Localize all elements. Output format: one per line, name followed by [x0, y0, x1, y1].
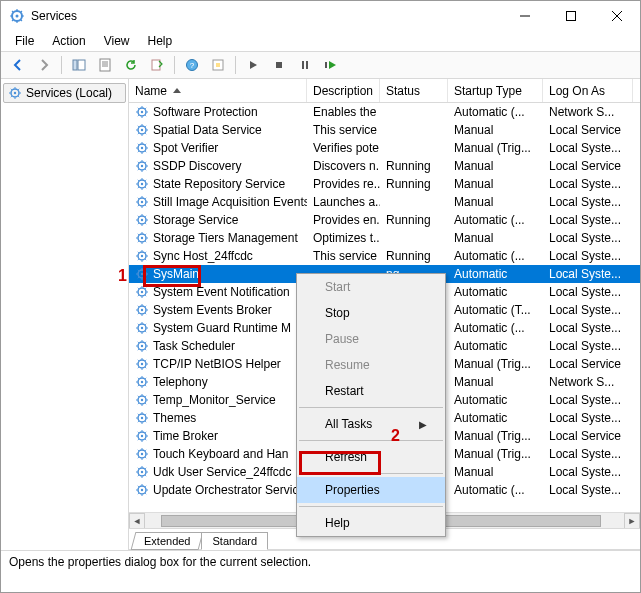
service-startup: Manual (Trig...: [448, 140, 543, 156]
svg-point-33: [141, 255, 143, 257]
list-pane: Name Description Status Startup Type Log…: [129, 79, 640, 550]
context-menu-item-start: Start: [297, 274, 445, 300]
close-button[interactable]: [594, 1, 640, 31]
context-menu-separator: [299, 440, 443, 441]
gear-icon: [135, 303, 149, 317]
menu-help[interactable]: Help: [140, 32, 181, 50]
context-menu-item-properties[interactable]: Properties: [297, 477, 445, 503]
restart-service-button[interactable]: [320, 54, 342, 76]
tab-standard[interactable]: Standard: [201, 532, 268, 550]
column-header-name[interactable]: Name: [129, 79, 307, 102]
tree-pane: Services (Local): [1, 79, 129, 550]
service-logon: Local Syste...: [543, 230, 633, 246]
table-row[interactable]: State Repository ServiceProvides re...Ru…: [129, 175, 640, 193]
service-startup: Automatic (...: [448, 482, 543, 498]
maximize-button[interactable]: [548, 1, 594, 31]
context-menu-item-restart[interactable]: Restart: [297, 378, 445, 404]
svg-text:?: ?: [190, 61, 195, 70]
table-row[interactable]: Spot VerifierVerifies pote...Manual (Tri…: [129, 139, 640, 157]
service-startup: Automatic (...: [448, 320, 543, 336]
svg-point-49: [141, 399, 143, 401]
back-button[interactable]: [7, 54, 29, 76]
table-row[interactable]: Sync Host_24ffcdcThis service ...Running…: [129, 247, 640, 265]
service-startup: Manual: [448, 230, 543, 246]
service-startup: Manual: [448, 158, 543, 174]
service-logon: Local Syste...: [543, 302, 633, 318]
service-logon: Local Service: [543, 122, 633, 138]
tree-root-services-local[interactable]: Services (Local): [3, 83, 126, 103]
service-logon: Local Service: [543, 158, 633, 174]
gear-icon: [135, 249, 149, 263]
service-startup: Automatic (T...: [448, 302, 543, 318]
tab-extended[interactable]: Extended: [131, 532, 204, 550]
context-menu-item-stop[interactable]: Stop: [297, 300, 445, 326]
svg-point-51: [141, 417, 143, 419]
service-startup: Automatic (...: [448, 248, 543, 264]
svg-point-41: [141, 327, 143, 329]
svg-point-23: [141, 165, 143, 167]
service-name: Spot Verifier: [153, 141, 218, 155]
column-header-status[interactable]: Status: [380, 79, 448, 102]
service-status: Running: [380, 248, 448, 264]
service-status: [380, 201, 448, 203]
context-menu-separator: [299, 473, 443, 474]
svg-point-37: [141, 291, 143, 293]
context-menu-separator: [299, 407, 443, 408]
service-name: TCP/IP NetBIOS Helper: [153, 357, 281, 371]
menu-action[interactable]: Action: [44, 32, 93, 50]
gear-icon: [135, 285, 149, 299]
column-header-description[interactable]: Description: [307, 79, 380, 102]
context-menu-item-help[interactable]: Help: [297, 510, 445, 536]
service-status: Running: [380, 212, 448, 228]
show-hide-tree-button[interactable]: [68, 54, 90, 76]
svg-point-29: [141, 219, 143, 221]
export-list-button[interactable]: [146, 54, 168, 76]
context-menu-item-all-tasks[interactable]: All Tasks▶: [297, 411, 445, 437]
table-row[interactable]: Storage Tiers ManagementOptimizes t...Ma…: [129, 229, 640, 247]
properties-button[interactable]: [94, 54, 116, 76]
svg-point-45: [141, 363, 143, 365]
service-logon: Local Syste...: [543, 266, 633, 282]
window-title: Services: [31, 9, 502, 23]
table-row[interactable]: SSDP DiscoveryDiscovers n...RunningManua…: [129, 157, 640, 175]
table-row[interactable]: Spatial Data ServiceThis service ...Manu…: [129, 121, 640, 139]
service-name: Udk User Service_24ffcdc: [153, 465, 292, 479]
menu-file[interactable]: File: [7, 32, 42, 50]
start-service-button[interactable]: [242, 54, 264, 76]
service-logon: Local Syste...: [543, 482, 633, 498]
stop-service-button[interactable]: [268, 54, 290, 76]
service-startup: Manual: [448, 374, 543, 390]
pause-service-button[interactable]: [294, 54, 316, 76]
action-button[interactable]: [207, 54, 229, 76]
service-logon: Network S...: [543, 374, 633, 390]
table-row[interactable]: Still Image Acquisition EventsLaunches a…: [129, 193, 640, 211]
service-startup: Automatic (...: [448, 212, 543, 228]
service-logon: Local Syste...: [543, 212, 633, 228]
service-status: Running: [380, 176, 448, 192]
service-description: Provides re...: [307, 176, 380, 192]
table-row[interactable]: Software ProtectionEnables the ...Automa…: [129, 103, 640, 121]
service-status: [380, 237, 448, 239]
gear-icon: [135, 123, 149, 137]
service-logon: Local Syste...: [543, 194, 633, 210]
menubar: File Action View Help: [1, 31, 640, 51]
svg-point-17: [141, 111, 143, 113]
forward-button[interactable]: [33, 54, 55, 76]
svg-point-1: [16, 15, 19, 18]
service-startup: Manual: [448, 194, 543, 210]
gear-icon: [135, 105, 149, 119]
status-text: Opens the properties dialog box for the …: [9, 555, 311, 569]
column-header-startup[interactable]: Startup Type: [448, 79, 543, 102]
minimize-button[interactable]: [502, 1, 548, 31]
gear-icon: [135, 447, 149, 461]
column-header-logon[interactable]: Log On As: [543, 79, 633, 102]
service-logon: Local Syste...: [543, 446, 633, 462]
menu-view[interactable]: View: [96, 32, 138, 50]
help-button[interactable]: ?: [181, 54, 203, 76]
context-menu-item-refresh[interactable]: Refresh: [297, 444, 445, 470]
table-row[interactable]: Storage ServiceProvides en...RunningAuto…: [129, 211, 640, 229]
svg-point-55: [141, 453, 143, 455]
gear-icon: [135, 375, 149, 389]
refresh-button[interactable]: [120, 54, 142, 76]
service-name: Software Protection: [153, 105, 258, 119]
